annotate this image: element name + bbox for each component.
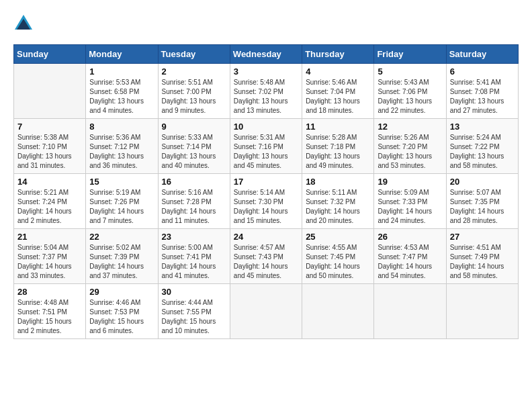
day-info: Sunrise: 5:33 AM Sunset: 7:14 PM Dayligh… — [162, 133, 226, 171]
calendar-cell: 17Sunrise: 5:14 AM Sunset: 7:30 PM Dayli… — [230, 174, 302, 229]
calendar-cell: 7Sunrise: 5:38 AM Sunset: 7:10 PM Daylig… — [14, 119, 86, 174]
day-number: 26 — [378, 232, 442, 242]
calendar-week-row: 1Sunrise: 5:53 AM Sunset: 6:58 PM Daylig… — [14, 64, 519, 119]
calendar-cell: 13Sunrise: 5:24 AM Sunset: 7:22 PM Dayli… — [446, 119, 518, 174]
calendar-cell: 6Sunrise: 5:41 AM Sunset: 7:08 PM Daylig… — [446, 64, 518, 119]
calendar-cell: 19Sunrise: 5:09 AM Sunset: 7:33 PM Dayli… — [374, 174, 446, 229]
calendar-cell: 5Sunrise: 5:43 AM Sunset: 7:06 PM Daylig… — [374, 64, 446, 119]
day-number: 18 — [306, 177, 370, 187]
calendar-cell: 29Sunrise: 4:46 AM Sunset: 7:53 PM Dayli… — [86, 284, 158, 339]
day-info: Sunrise: 5:36 AM Sunset: 7:12 PM Dayligh… — [89, 133, 154, 171]
day-info: Sunrise: 4:46 AM Sunset: 7:53 PM Dayligh… — [89, 298, 154, 336]
logo — [13, 13, 36, 34]
day-info: Sunrise: 5:46 AM Sunset: 7:04 PM Dayligh… — [306, 78, 370, 116]
calendar-cell: 26Sunrise: 4:53 AM Sunset: 7:47 PM Dayli… — [374, 229, 446, 284]
calendar-cell — [446, 284, 518, 339]
day-info: Sunrise: 5:43 AM Sunset: 7:06 PM Dayligh… — [378, 78, 442, 116]
day-number: 10 — [234, 122, 298, 132]
header-cell-friday: Friday — [374, 45, 446, 64]
calendar-cell: 4Sunrise: 5:46 AM Sunset: 7:04 PM Daylig… — [302, 64, 374, 119]
day-number: 22 — [89, 232, 154, 242]
day-number: 14 — [17, 177, 82, 187]
day-number: 16 — [162, 177, 226, 187]
day-number: 8 — [89, 122, 154, 132]
day-number: 30 — [162, 287, 226, 297]
day-info: Sunrise: 4:51 AM Sunset: 7:49 PM Dayligh… — [450, 243, 515, 281]
day-info: Sunrise: 4:57 AM Sunset: 7:43 PM Dayligh… — [234, 243, 298, 281]
day-info: Sunrise: 5:02 AM Sunset: 7:39 PM Dayligh… — [89, 243, 154, 281]
calendar-cell: 10Sunrise: 5:31 AM Sunset: 7:16 PM Dayli… — [230, 119, 302, 174]
day-info: Sunrise: 4:44 AM Sunset: 7:55 PM Dayligh… — [162, 298, 226, 336]
day-number: 29 — [89, 287, 154, 297]
day-number: 5 — [378, 66, 442, 77]
calendar-cell: 23Sunrise: 5:00 AM Sunset: 7:41 PM Dayli… — [158, 229, 230, 284]
calendar-cell: 11Sunrise: 5:28 AM Sunset: 7:18 PM Dayli… — [302, 119, 374, 174]
day-info: Sunrise: 5:38 AM Sunset: 7:10 PM Dayligh… — [17, 133, 82, 171]
calendar-cell: 9Sunrise: 5:33 AM Sunset: 7:14 PM Daylig… — [158, 119, 230, 174]
calendar-cell: 12Sunrise: 5:26 AM Sunset: 7:20 PM Dayli… — [374, 119, 446, 174]
calendar-cell: 16Sunrise: 5:16 AM Sunset: 7:28 PM Dayli… — [158, 174, 230, 229]
day-number: 9 — [162, 122, 226, 132]
day-info: Sunrise: 5:41 AM Sunset: 7:08 PM Dayligh… — [450, 78, 515, 116]
day-info: Sunrise: 5:31 AM Sunset: 7:16 PM Dayligh… — [234, 133, 298, 171]
day-info: Sunrise: 5:24 AM Sunset: 7:22 PM Dayligh… — [450, 133, 515, 171]
calendar-cell: 1Sunrise: 5:53 AM Sunset: 6:58 PM Daylig… — [86, 64, 158, 119]
calendar-cell: 22Sunrise: 5:02 AM Sunset: 7:39 PM Dayli… — [86, 229, 158, 284]
calendar-cell: 3Sunrise: 5:48 AM Sunset: 7:02 PM Daylig… — [230, 64, 302, 119]
header-cell-saturday: Saturday — [446, 45, 518, 64]
calendar-cell: 28Sunrise: 4:48 AM Sunset: 7:51 PM Dayli… — [14, 284, 86, 339]
day-info: Sunrise: 5:07 AM Sunset: 7:35 PM Dayligh… — [450, 188, 515, 226]
day-info: Sunrise: 5:00 AM Sunset: 7:41 PM Dayligh… — [162, 243, 226, 281]
day-number: 12 — [378, 122, 442, 132]
day-info: Sunrise: 5:09 AM Sunset: 7:33 PM Dayligh… — [378, 188, 442, 226]
day-number: 19 — [378, 177, 442, 187]
day-info: Sunrise: 5:16 AM Sunset: 7:28 PM Dayligh… — [162, 188, 226, 226]
calendar-cell — [374, 284, 446, 339]
day-number: 3 — [234, 66, 298, 77]
day-number: 25 — [306, 232, 370, 242]
day-info: Sunrise: 5:51 AM Sunset: 7:00 PM Dayligh… — [162, 78, 226, 116]
calendar-cell: 24Sunrise: 4:57 AM Sunset: 7:43 PM Dayli… — [230, 229, 302, 284]
logo-icon — [13, 13, 34, 34]
calendar-week-row: 28Sunrise: 4:48 AM Sunset: 7:51 PM Dayli… — [14, 284, 519, 339]
calendar-cell: 15Sunrise: 5:19 AM Sunset: 7:26 PM Dayli… — [86, 174, 158, 229]
calendar-table: SundayMondayTuesdayWednesdayThursdayFrid… — [13, 44, 519, 339]
calendar-week-row: 21Sunrise: 5:04 AM Sunset: 7:37 PM Dayli… — [14, 229, 519, 284]
header-cell-tuesday: Tuesday — [158, 45, 230, 64]
day-info: Sunrise: 4:48 AM Sunset: 7:51 PM Dayligh… — [17, 298, 82, 336]
calendar-header-row: SundayMondayTuesdayWednesdayThursdayFrid… — [14, 45, 519, 64]
calendar-cell — [14, 64, 86, 119]
day-number: 2 — [162, 66, 226, 77]
calendar-cell: 14Sunrise: 5:21 AM Sunset: 7:24 PM Dayli… — [14, 174, 86, 229]
day-number: 13 — [450, 122, 515, 132]
day-number: 7 — [17, 122, 82, 132]
day-info: Sunrise: 5:11 AM Sunset: 7:32 PM Dayligh… — [306, 188, 370, 226]
calendar-cell: 8Sunrise: 5:36 AM Sunset: 7:12 PM Daylig… — [86, 119, 158, 174]
day-info: Sunrise: 5:28 AM Sunset: 7:18 PM Dayligh… — [306, 133, 370, 171]
header-cell-monday: Monday — [86, 45, 158, 64]
calendar-cell: 2Sunrise: 5:51 AM Sunset: 7:00 PM Daylig… — [158, 64, 230, 119]
calendar-cell: 18Sunrise: 5:11 AM Sunset: 7:32 PM Dayli… — [302, 174, 374, 229]
calendar-week-row: 7Sunrise: 5:38 AM Sunset: 7:10 PM Daylig… — [14, 119, 519, 174]
day-info: Sunrise: 4:55 AM Sunset: 7:45 PM Dayligh… — [306, 243, 370, 281]
day-number: 27 — [450, 232, 515, 242]
day-number: 21 — [17, 232, 82, 242]
day-number: 17 — [234, 177, 298, 187]
calendar-cell: 25Sunrise: 4:55 AM Sunset: 7:45 PM Dayli… — [302, 229, 374, 284]
day-number: 1 — [89, 66, 154, 77]
day-number: 15 — [89, 177, 154, 187]
calendar-cell: 21Sunrise: 5:04 AM Sunset: 7:37 PM Dayli… — [14, 229, 86, 284]
page-header — [13, 13, 519, 34]
day-info: Sunrise: 5:48 AM Sunset: 7:02 PM Dayligh… — [234, 78, 298, 116]
day-number: 23 — [162, 232, 226, 242]
day-number: 4 — [306, 66, 370, 77]
header-cell-sunday: Sunday — [14, 45, 86, 64]
day-info: Sunrise: 5:19 AM Sunset: 7:26 PM Dayligh… — [89, 188, 154, 226]
day-info: Sunrise: 5:53 AM Sunset: 6:58 PM Dayligh… — [89, 78, 154, 116]
header-cell-wednesday: Wednesday — [230, 45, 302, 64]
day-number: 6 — [450, 66, 515, 77]
day-info: Sunrise: 5:04 AM Sunset: 7:37 PM Dayligh… — [17, 243, 82, 281]
day-info: Sunrise: 5:26 AM Sunset: 7:20 PM Dayligh… — [378, 133, 442, 171]
day-number: 28 — [17, 287, 82, 297]
day-info: Sunrise: 4:53 AM Sunset: 7:47 PM Dayligh… — [378, 243, 442, 281]
